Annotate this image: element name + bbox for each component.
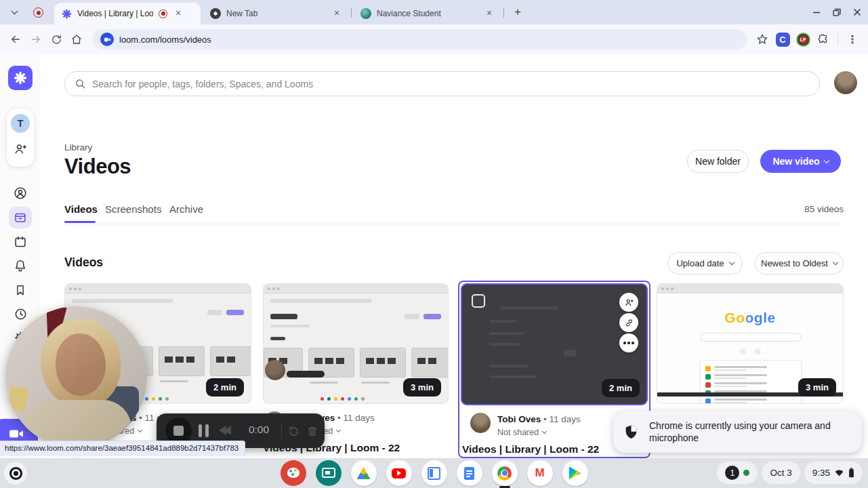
author-name[interactable]: Tobi Oves [497, 414, 541, 424]
sidebar-history-clock-icon[interactable] [9, 303, 32, 325]
duration-badge: 2 min [602, 379, 640, 397]
share-status-dropdown[interactable]: Not shared [497, 428, 581, 437]
invite-person-add-icon[interactable] [11, 140, 30, 159]
sort-by-dropdown[interactable]: Upload date [667, 252, 743, 274]
home-button[interactable] [66, 29, 87, 49]
select-checkbox[interactable] [472, 294, 485, 308]
lastpass-extension-icon[interactable]: LP [793, 29, 813, 49]
sidebar-notifications-bell-icon[interactable] [9, 255, 32, 277]
duration-badge: 3 min [798, 378, 836, 396]
extensions-puzzle-icon[interactable] [813, 29, 833, 49]
tab-close-icon[interactable]: × [331, 8, 342, 19]
tab-videos[interactable]: Videos [64, 203, 98, 215]
canvas-icon [281, 460, 306, 486]
screencast-icon [316, 460, 342, 486]
tab-strip: Videos | Library | Loom × New Tab × Navi… [0, 0, 868, 24]
bookmark-star-icon[interactable] [752, 29, 772, 49]
tab-new-tab[interactable]: New Tab × [203, 3, 349, 24]
app-google-docs[interactable] [457, 460, 482, 486]
webcam-bubble[interactable] [5, 306, 147, 448]
restart-recording-button[interactable] [285, 423, 302, 439]
system-tray[interactable]: 9:35 [804, 462, 863, 484]
toolbar-divider [281, 422, 282, 439]
card-action-person-add-icon[interactable] [619, 293, 638, 312]
tab-search-button[interactable] [5, 5, 23, 20]
tab-recording-indicator-icon [159, 9, 167, 18]
tabs-divider [64, 224, 844, 224]
new-tab-button[interactable]: + [510, 4, 526, 20]
back-button[interactable] [5, 29, 26, 49]
video-camera-icon [8, 426, 24, 442]
search-bar[interactable] [64, 71, 820, 96]
rewind-button[interactable] [219, 426, 231, 435]
video-card[interactable]: Google 3 min [657, 283, 844, 404]
new-tab-favicon-icon [210, 8, 221, 19]
app-youtube[interactable] [386, 460, 412, 486]
app-google-play[interactable] [562, 460, 588, 486]
clever-extension-icon[interactable]: C [772, 29, 793, 49]
video-age: 11 days [550, 414, 581, 424]
card-action-copy-link-icon[interactable] [619, 313, 638, 332]
tab-screenshots[interactable]: Screenshots [105, 203, 161, 215]
tab-archive[interactable]: Archive [169, 203, 203, 215]
new-folder-button[interactable]: New folder [687, 150, 749, 173]
sort-order-label: Newest to Oldest [761, 258, 828, 268]
app-chrome[interactable] [492, 460, 518, 486]
tab-close-icon[interactable]: × [484, 8, 495, 19]
app-window-manager[interactable] [421, 460, 447, 486]
window-minimize-button[interactable] [809, 5, 824, 19]
date-pill[interactable]: Oct 3 [762, 462, 800, 484]
screen: Videos | Library | Loom × New Tab × Navi… [0, 0, 868, 488]
window-close-button[interactable] [850, 5, 865, 19]
browser-menu-kebab-icon[interactable] [842, 29, 863, 49]
notification-text: Chrome is currently using your camera an… [649, 420, 854, 444]
google-docs-icon [464, 467, 474, 480]
app-gmail[interactable]: M [527, 460, 553, 486]
video-thumbnail[interactable]: Google 3 min [657, 283, 844, 404]
tab-close-icon[interactable]: × [173, 8, 184, 19]
browser-toolbar: loom.com/looms/videos C LP [0, 24, 868, 54]
notification-counter[interactable]: 1 [717, 462, 758, 484]
youtube-icon [392, 468, 406, 479]
forward-button[interactable] [26, 29, 46, 49]
duration-badge: 3 min [403, 378, 441, 396]
card-action-more-ellipsis-icon[interactable] [619, 333, 638, 352]
sidebar-calendar-icon[interactable] [9, 231, 32, 253]
toolbar-divider [838, 33, 838, 45]
address-bar[interactable]: loom.com/looms/videos [92, 29, 747, 49]
video-thumbnail[interactable]: 3 min [263, 283, 449, 404]
thumb-deco [657, 284, 843, 293]
tab-title: Naviance Student [377, 9, 478, 18]
sidebar-bookmarks-icon[interactable] [9, 279, 32, 301]
sort-order-dropdown[interactable]: Newest to Oldest [755, 252, 844, 274]
loom-logo-icon[interactable] [8, 66, 33, 90]
section-title: Videos [64, 256, 103, 270]
recording-indicator-icon [33, 7, 43, 18]
pause-recording-button[interactable] [199, 424, 209, 437]
tab-title: Videos | Library | Loom [77, 9, 153, 18]
new-video-button[interactable]: New video [760, 150, 841, 173]
tab-naviance[interactable]: Naviance Student × [354, 3, 501, 24]
camera-mic-notification[interactable]: Chrome is currently using your camera an… [613, 411, 862, 453]
sidebar-library-icon[interactable] [9, 207, 32, 228]
workspace-card: T [7, 108, 34, 167]
reload-button[interactable] [46, 29, 66, 49]
video-thumbnail[interactable]: 2 min [461, 283, 648, 405]
new-video-label: New video [772, 156, 819, 167]
chevron-down-icon [728, 260, 734, 265]
workspace-avatar[interactable]: T [11, 114, 30, 133]
status-tray: 1 Oct 3 9:35 [717, 462, 863, 484]
loom-favicon-icon [61, 8, 72, 19]
search-input[interactable] [92, 79, 810, 89]
app-google-drive[interactable] [351, 460, 377, 486]
tab-loom[interactable]: Videos | Library | Loom × [54, 3, 201, 24]
app-canvas[interactable] [281, 460, 306, 486]
sidebar-home-person-icon[interactable] [9, 182, 32, 204]
duration-badge: 2 min [206, 378, 244, 396]
delete-recording-button[interactable] [304, 423, 321, 439]
user-avatar[interactable] [834, 71, 857, 94]
stop-icon [173, 426, 184, 436]
window-restore-button[interactable] [829, 5, 844, 19]
app-screencast[interactable] [316, 460, 342, 486]
date-label: Oct 3 [770, 468, 791, 478]
